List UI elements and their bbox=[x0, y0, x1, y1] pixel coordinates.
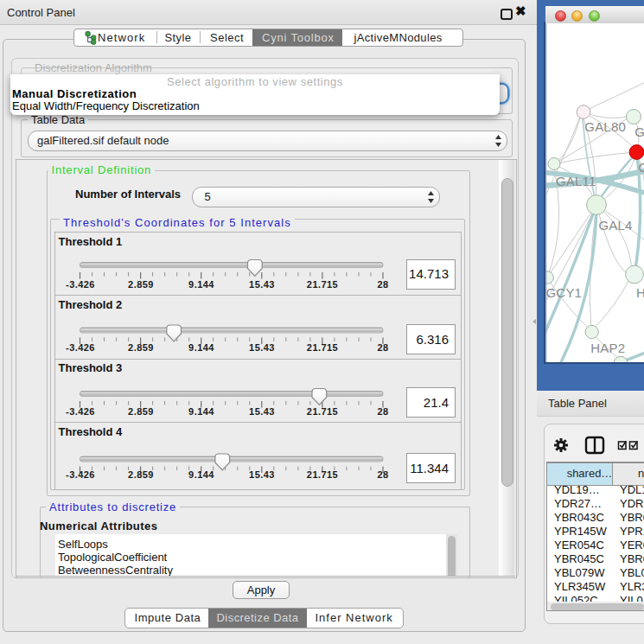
svg-text:GAL4: GAL4 bbox=[599, 218, 633, 233]
svg-text:HAP2: HAP2 bbox=[590, 341, 625, 355]
svg-text:GCY1: GCY1 bbox=[546, 285, 583, 300]
svg-text:C: C bbox=[639, 160, 644, 175]
svg-text:GA: GA bbox=[634, 124, 644, 139]
svg-text:GAL11: GAL11 bbox=[556, 174, 596, 188]
svg-text:GAL80: GAL80 bbox=[584, 119, 626, 134]
svg-text:HA: HA bbox=[636, 285, 644, 300]
